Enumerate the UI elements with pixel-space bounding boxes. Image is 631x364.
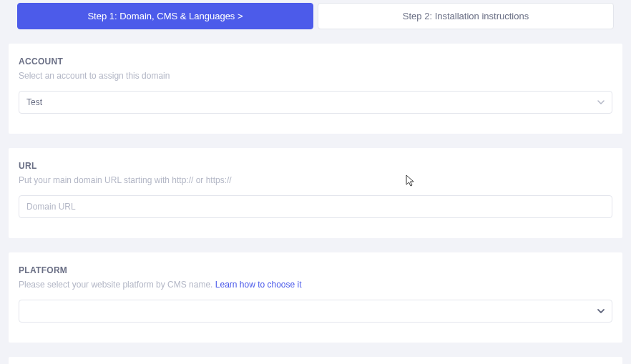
step-tabs: Step 1: Domain, CMS & Languages > Step 2… [0, 0, 631, 29]
account-subtitle: Select an account to assign this domain [19, 71, 612, 81]
platform-subtitle-text: Please select your website platform by C… [19, 280, 215, 290]
platform-section: PLATFORM Please select your website plat… [9, 252, 622, 343]
tab-step1[interactable]: Step 1: Domain, CMS & Languages > [17, 3, 313, 29]
account-select-value: Test [26, 97, 42, 107]
tab-step2[interactable]: Step 2: Installation instructions [318, 3, 614, 29]
url-input[interactable] [19, 195, 612, 218]
platform-select[interactable] [19, 300, 612, 323]
account-title: ACCOUNT [19, 56, 612, 67]
platform-title: PLATFORM [19, 265, 612, 275]
account-select[interactable]: Test [19, 91, 612, 114]
language-section: LANGUAGE Select the base language of you… [9, 357, 622, 364]
url-subtitle: Put your main domain URL starting with h… [19, 175, 612, 185]
url-title: URL [19, 161, 612, 171]
url-section: URL Put your main domain URL starting wi… [9, 148, 622, 238]
account-section: ACCOUNT Select an account to assign this… [9, 44, 622, 134]
platform-subtitle: Please select your website platform by C… [19, 280, 612, 290]
platform-learn-link[interactable]: Learn how to choose it [215, 280, 302, 290]
